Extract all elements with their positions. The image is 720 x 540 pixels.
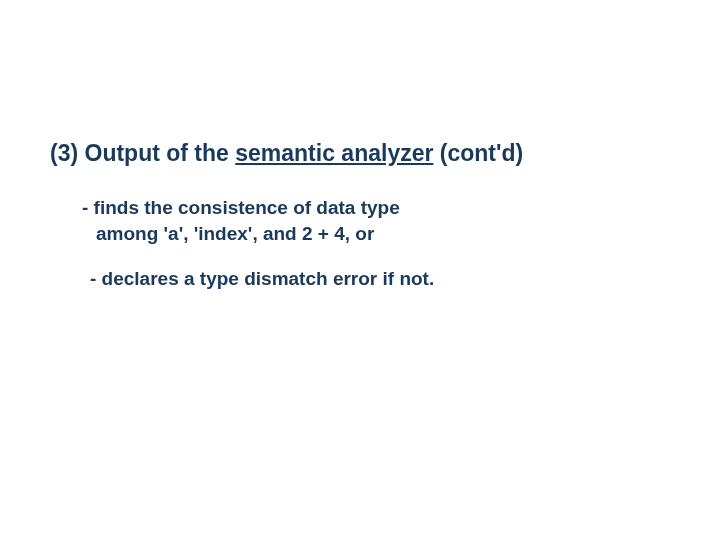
bullet-item-2: - declares a type dismatch error if not. [82, 268, 670, 290]
heading-underlined: semantic analyzer [235, 140, 433, 166]
body-text: - finds the consistence of data type amo… [50, 195, 670, 290]
heading-prefix: (3) Output of the [50, 140, 235, 166]
slide-content: (3) Output of the semantic analyzer (con… [0, 0, 720, 290]
bullet-item-1: - finds the consistence of data type amo… [82, 195, 670, 246]
bullet1-line2: among 'a', 'index', and 2 + 4, or [82, 221, 670, 247]
slide-heading: (3) Output of the semantic analyzer (con… [50, 140, 670, 167]
bullet1-line1: - finds the consistence of data type [82, 195, 670, 221]
heading-suffix: (cont'd) [433, 140, 523, 166]
